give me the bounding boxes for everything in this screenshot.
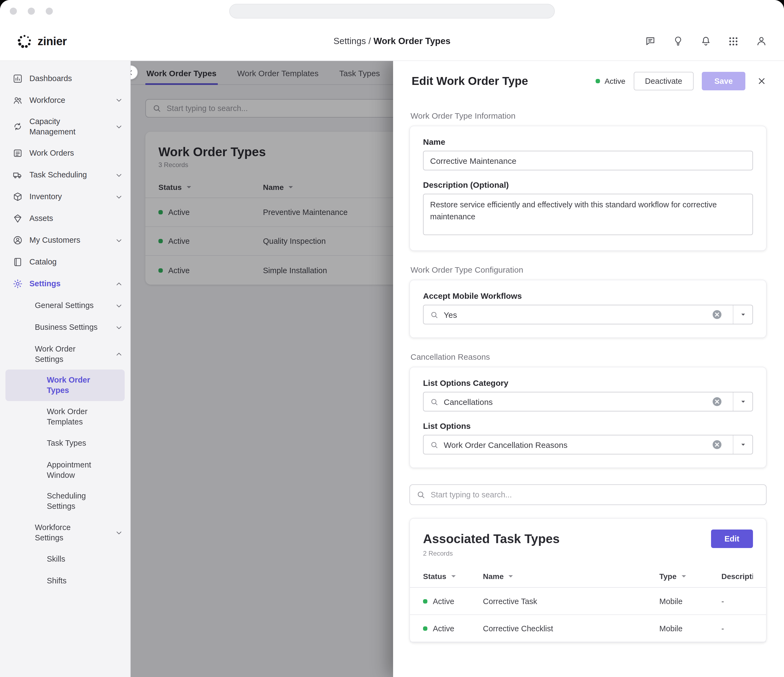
sort-caret-icon [681,573,686,579]
sidebar-item-appointment-window[interactable]: Appointment Window [0,454,130,486]
lightbulb-icon[interactable] [671,34,684,48]
status-dot-icon [423,626,428,630]
table-row[interactable]: Active Corrective Checklist Mobile - [410,615,766,642]
configuration-card: Accept Mobile Workflows Yes [409,280,767,338]
table-row[interactable]: Active Corrective Task Mobile - [410,588,766,615]
sidebar-item-inventory[interactable]: Inventory [0,186,130,208]
sidebar-item-skills[interactable]: Skills [0,548,130,570]
clear-selection-button[interactable] [712,440,722,450]
drawer-title: Edit Work Order Type [412,75,588,88]
associated-task-types-card: Associated Task Types Edit 2 Records Sta… [409,518,767,643]
clear-circle-icon [712,397,722,407]
chevron-down-icon [115,96,123,104]
sidebar-item-work-order-settings[interactable]: Work Order Settings [0,338,130,370]
column-label: Status [423,572,446,581]
sidebar-item-business-settings[interactable]: Business Settings [0,317,130,338]
zinier-logo[interactable]: zinier [16,33,67,49]
close-drawer-button[interactable] [753,73,770,89]
section-heading-cancellation: Cancellation Reasons [411,352,765,361]
window-minimize-dot[interactable] [28,7,35,14]
feedback-chat-icon[interactable] [644,34,656,48]
list-options-category-select[interactable]: Cancellations [423,392,753,411]
sidebar-item-shifts[interactable]: Shifts [0,570,130,592]
status-text: Active [433,624,454,633]
drawer-search-input[interactable] [431,490,759,499]
select-value: Work Order Cancellation Reasons [444,440,707,449]
column-header-description[interactable]: Descripti [722,572,753,581]
sidebar-item-work-order-templates[interactable]: Work Order Templates [0,401,130,432]
drawer-body: Work Order Type Information Name Descrip… [393,96,784,677]
sidebar-item-my-customers[interactable]: My Customers [0,229,130,251]
zinier-logo-icon [16,33,33,49]
sort-caret-icon [508,573,513,579]
status-cell: Active [423,597,483,606]
status-dot-icon [596,79,600,83]
table-header: Status Name Type Descripti [410,565,766,588]
dropdown-caret-button[interactable] [733,305,753,324]
sidebar-item-workforce-settings[interactable]: Workforce Settings [0,517,130,548]
sidebar-item-settings[interactable]: Settings [0,273,130,295]
window-close-dot[interactable] [10,7,17,14]
sidebar-item-scheduling-settings[interactable]: Scheduling Settings [0,486,130,517]
save-button[interactable]: Save [702,72,745,90]
clear-selection-button[interactable] [712,397,722,407]
notifications-bell-icon[interactable] [699,34,712,48]
sidebar-item-catalog[interactable]: Catalog [0,251,130,273]
deactivate-button[interactable]: Deactivate [633,72,694,90]
column-header-name[interactable]: Name [483,572,659,581]
sidebar-item-label: Dashboards [30,73,72,84]
url-bar[interactable] [229,3,555,18]
sidebar-item-task-types[interactable]: Task Types [0,433,130,454]
list-options-category-label: List Options Category [423,378,753,388]
clear-circle-icon [712,440,722,450]
sidebar-item-dashboards[interactable]: Dashboards [0,67,130,89]
search-icon [417,490,425,499]
window-zoom-dot[interactable] [46,7,53,14]
browser-window: zinier Settings / Work Order Types [0,0,784,677]
clear-selection-button[interactable] [712,310,722,320]
apps-grid-icon[interactable] [727,34,740,48]
drawer-header: Edit Work Order Type Active Deactivate S… [393,61,784,96]
caret-down-icon [739,310,747,319]
column-header-type[interactable]: Type [659,572,722,581]
column-label: Name [483,572,504,581]
sidebar-item-general-settings[interactable]: General Settings [0,295,130,317]
catalog-icon [12,256,23,267]
task-scheduling-icon [12,169,23,180]
dropdown-caret-button[interactable] [733,435,753,454]
description-field[interactable]: Restore service efficiently and effectiv… [423,194,753,235]
chevron-down-icon [115,237,123,244]
header-actions [644,34,768,48]
edit-button[interactable]: Edit [711,529,753,548]
drawer-search [409,484,767,505]
scale-wrapper: zinier Settings / Work Order Types [0,0,784,677]
chevron-up-icon [115,351,123,357]
sidebar-item-task-scheduling[interactable]: Task Scheduling [0,164,130,186]
status-cell: Active [423,624,483,633]
inventory-icon [12,191,23,202]
accept-mobile-workflows-select[interactable]: Yes [423,305,753,325]
breadcrumb-separator: / [369,36,371,46]
sidebar-item-label: My Customers [30,235,80,246]
app-header: zinier Settings / Work Order Types [0,22,784,61]
sidebar-item-work-order-types[interactable]: Work Order Types [5,370,125,401]
column-header-status[interactable]: Status [423,572,483,581]
chevron-down-icon [115,324,123,331]
name-field[interactable] [423,151,753,170]
status-badge: Active [596,77,625,85]
sidebar-item-capacity-management[interactable]: Capacity Management [0,111,130,142]
dropdown-caret-button[interactable] [733,392,753,411]
search-icon [430,398,438,406]
sidebar-item-assets[interactable]: Assets [0,208,130,229]
sidebar-item-workforce[interactable]: Workforce [0,89,130,111]
my-customers-icon [12,235,23,246]
sidebar-item-label: Workforce [30,95,65,105]
associated-task-types-header: Associated Task Types Edit [410,529,766,548]
list-options-select[interactable]: Work Order Cancellation Reasons [423,435,753,454]
select-value: Yes [444,310,707,319]
sidebar-item-work-orders[interactable]: Work Orders [0,142,130,164]
section-heading-info: Work Order Type Information [411,111,765,120]
profile-icon[interactable] [754,34,768,48]
type-cell: Mobile [659,597,722,606]
name-cell: Corrective Checklist [483,624,659,633]
